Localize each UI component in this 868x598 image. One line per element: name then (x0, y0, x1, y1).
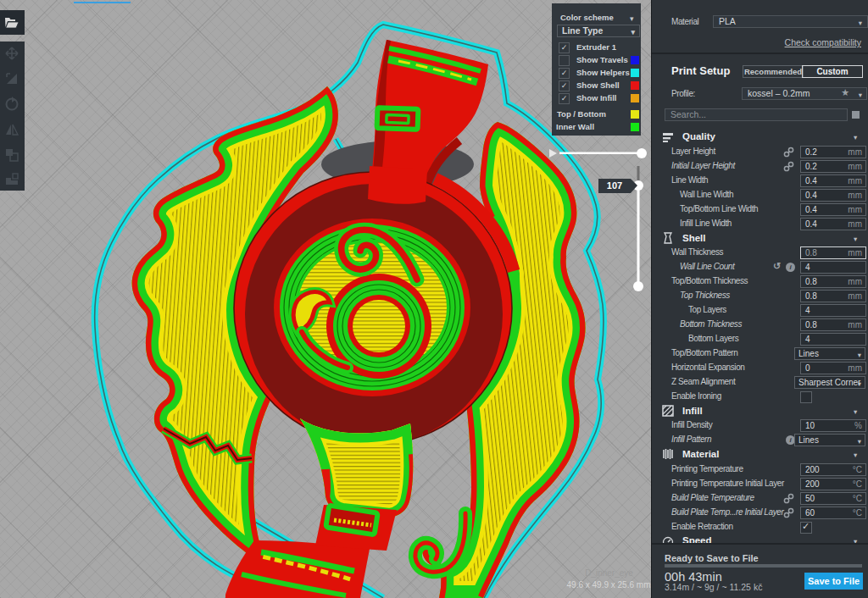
svg-text:107: 107 (607, 180, 622, 191)
